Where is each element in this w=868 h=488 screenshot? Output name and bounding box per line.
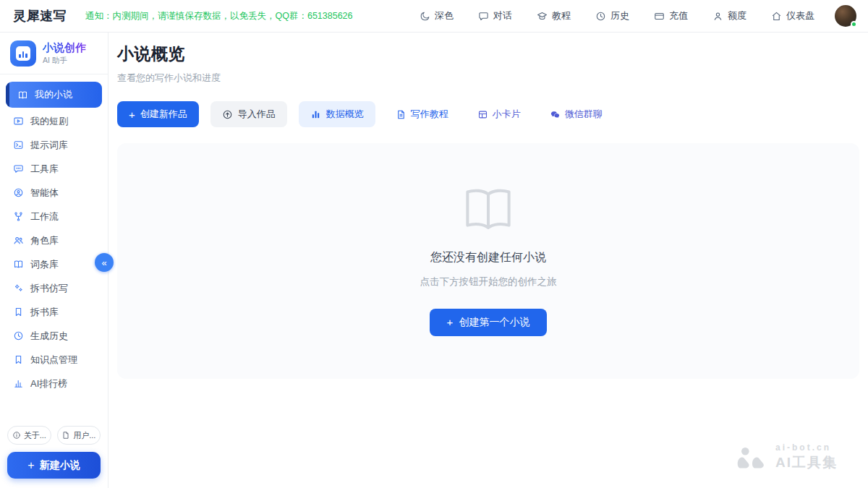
- document-icon: [61, 431, 70, 440]
- sidebar-item-my-novels[interactable]: 我的小说: [6, 82, 102, 108]
- user-doc-label: 用户...: [73, 430, 95, 441]
- glossary-book-icon: [13, 259, 24, 270]
- nav-dashboard[interactable]: 仪表盘: [771, 9, 814, 22]
- about-label: 关于...: [24, 430, 46, 441]
- writing-tutorial-link[interactable]: 写作教程: [396, 108, 448, 121]
- ai-bot-logo-icon: [736, 447, 768, 468]
- nav-tutorial[interactable]: 教程: [537, 9, 571, 22]
- upload-icon: [222, 109, 233, 120]
- app-logo: 小说创作 AI 助手: [0, 33, 108, 74]
- sidebar-item-characters[interactable]: 角色库: [0, 228, 108, 252]
- sidebar: 小说创作 AI 助手 我的小说 我的短剧 提示词库 工具库: [0, 33, 109, 488]
- sidebar-item-ai-ranking[interactable]: AI排行榜: [0, 372, 108, 395]
- sidebar-item-knowledge-management[interactable]: 知识点管理: [0, 348, 108, 372]
- history-icon: [595, 11, 606, 22]
- quota-user-icon: [712, 11, 723, 22]
- user-doc-button[interactable]: 用户...: [57, 426, 101, 445]
- sidebar-item-label: 我的小说: [35, 88, 72, 101]
- plus-icon: +: [447, 317, 454, 328]
- create-work-button[interactable]: + 创建新作品: [117, 101, 199, 127]
- tools-chat-icon: [13, 163, 24, 174]
- empty-state-title: 您还没有创建任何小说: [430, 250, 546, 265]
- card-grid-icon: [477, 109, 488, 120]
- nav-dark-mode[interactable]: 深色: [420, 9, 454, 22]
- small-card-link[interactable]: 小卡片: [477, 108, 521, 121]
- notice-text: 通知：内测期间，请谨慎保存数据，以免丢失，QQ群：651385626: [85, 10, 353, 22]
- create-work-label: 创建新作品: [140, 108, 187, 121]
- clock-icon: [13, 330, 24, 341]
- sidebar-item-label: 我的短剧: [30, 115, 68, 128]
- sidebar-item-label: 提示词库: [30, 139, 68, 152]
- sidebar-item-label: 智能体: [30, 187, 59, 200]
- sidebar-item-label: 词条库: [30, 258, 59, 271]
- sidebar-item-label: 工具库: [30, 163, 59, 176]
- sidebar-item-book-library[interactable]: 拆书库: [0, 300, 108, 324]
- bookmark-icon: [13, 354, 24, 365]
- wechat-group-link[interactable]: 微信群聊: [550, 108, 603, 121]
- main-content: 小说概览 查看您的写作小说和进度 + 创建新作品 导入作品 数据概览 写作教程 …: [109, 33, 868, 488]
- nav-quota[interactable]: 额度: [712, 9, 746, 22]
- brand-title: 灵犀速写: [13, 7, 67, 25]
- nav-label: 额度: [728, 9, 746, 22]
- sidebar-item-workflow[interactable]: 工作流: [0, 205, 108, 228]
- sidebar-item-prompt-library[interactable]: 提示词库: [0, 133, 108, 157]
- agent-icon: [13, 187, 24, 198]
- new-novel-label: 新建小说: [40, 459, 80, 472]
- sidebar-item-agents[interactable]: 智能体: [0, 181, 108, 205]
- nav-recharge[interactable]: 充值: [654, 9, 688, 22]
- nav-label: 对话: [493, 9, 512, 22]
- empty-state-subtitle: 点击下方按钮开始您的创作之旅: [420, 275, 557, 288]
- sidebar-item-label: 拆书仿写: [30, 282, 68, 295]
- data-overview-label: 数据概览: [326, 108, 364, 121]
- divider: [0, 74, 108, 74]
- create-first-novel-button[interactable]: + 创建第一个小说: [430, 309, 548, 336]
- nav-label: 历史: [610, 9, 629, 22]
- small-card-label: 小卡片: [493, 108, 521, 121]
- open-book-icon: [460, 187, 516, 231]
- sidebar-item-label: 拆书库: [30, 306, 59, 319]
- online-status-dot: [851, 21, 857, 27]
- top-nav: 深色 对话 教程 历史 充值 额度 仪表盘: [420, 9, 814, 22]
- sidebar-item-my-shorts[interactable]: 我的短剧: [0, 109, 108, 133]
- import-work-label: 导入作品: [238, 108, 276, 121]
- ranking-chart-icon: [13, 378, 24, 389]
- writing-tutorial-label: 写作教程: [411, 108, 448, 121]
- nav-dialogue[interactable]: 对话: [478, 9, 512, 22]
- sidebar-menu: 我的小说 我的短剧 提示词库 工具库 智能体 工作流: [0, 79, 108, 419]
- nav-history[interactable]: 历史: [595, 9, 629, 22]
- sidebar-item-tool-library[interactable]: 工具库: [0, 157, 108, 181]
- top-bar: 灵犀速写 通知：内测期间，请谨慎保存数据，以免丢失，QQ群：651385626 …: [0, 0, 868, 33]
- wechat-icon: [550, 109, 561, 120]
- prompt-icon: [13, 140, 24, 150]
- app-subtitle: AI 助手: [43, 56, 86, 66]
- new-novel-button[interactable]: + 新建小说: [7, 452, 101, 479]
- sidebar-collapse-button[interactable]: «: [95, 253, 114, 272]
- bar-chart-icon: [310, 109, 321, 120]
- wechat-group-label: 微信群聊: [565, 108, 603, 121]
- watermark: ai-bot.cn AI工具集: [736, 442, 838, 472]
- app-logo-icon: [10, 40, 36, 67]
- sidebar-item-imitate-writing[interactable]: 拆书仿写: [0, 276, 108, 300]
- plus-icon: +: [129, 109, 135, 120]
- sidebar-item-glossary[interactable]: 词条库: [0, 252, 108, 276]
- sidebar-item-label: 知识点管理: [30, 354, 77, 367]
- characters-icon: [13, 235, 24, 246]
- user-avatar[interactable]: [835, 5, 856, 27]
- novels-empty-state-card: 您还没有创建任何小说 点击下方按钮开始您的创作之旅 + 创建第一个小说: [117, 143, 859, 379]
- data-overview-button[interactable]: 数据概览: [299, 101, 375, 127]
- page-title: 小说概览: [117, 43, 859, 65]
- sidebar-item-generation-history[interactable]: 生成历史: [0, 324, 108, 348]
- dashboard-home-icon: [771, 11, 782, 22]
- chat-icon: [478, 11, 489, 22]
- tutorial-icon: [537, 11, 548, 22]
- workflow-icon: [13, 211, 24, 222]
- toolbar: + 创建新作品 导入作品 数据概览 写作教程 小卡片 微信群聊: [117, 101, 859, 127]
- about-button[interactable]: 关于...: [7, 426, 51, 445]
- import-work-button[interactable]: 导入作品: [210, 101, 287, 127]
- plus-icon: +: [27, 459, 34, 472]
- sidebar-item-label: 工作流: [30, 210, 59, 223]
- watermark-domain: ai-bot.cn: [775, 442, 838, 453]
- recharge-card-icon: [654, 11, 665, 22]
- nav-label: 充值: [669, 9, 688, 22]
- create-first-novel-label: 创建第一个小说: [459, 316, 529, 329]
